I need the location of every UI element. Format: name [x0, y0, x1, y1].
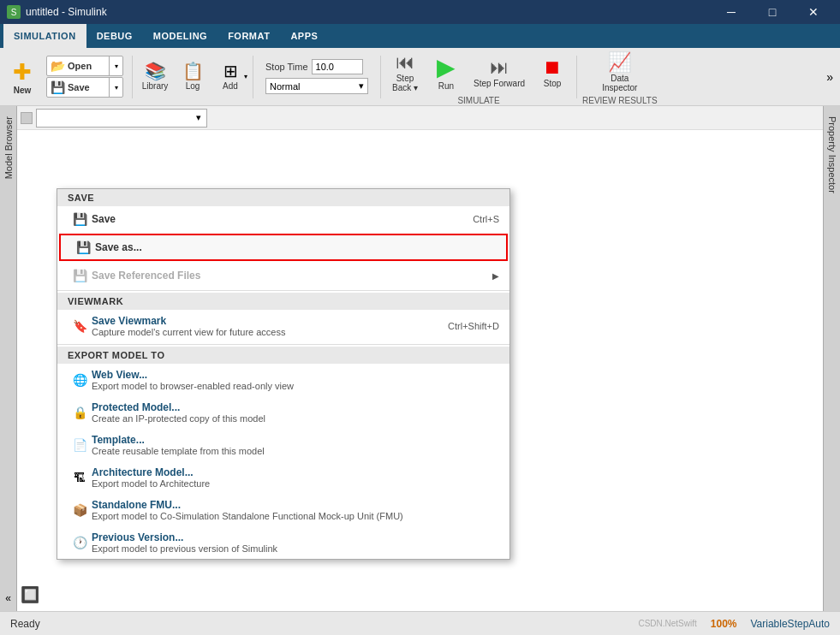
mode-select[interactable]: Normal ▾	[265, 78, 368, 94]
standalone-fmu-item[interactable]: 📦 Standalone FMU... Export model to Co-S…	[57, 494, 509, 526]
sep-3	[380, 56, 381, 98]
canvas-toolbar: ▾	[17, 106, 823, 130]
minimize-button[interactable]: ─	[712, 0, 751, 24]
protected-model-content: Protected Model... Create an IP-protecte…	[92, 401, 499, 424]
save-viewmark-content: Save Viewmark Capture model's current vi…	[92, 315, 431, 337]
save-as-menu-item[interactable]: 💾 Save as...	[59, 234, 508, 261]
viewmark-section-header: VIEWMARK	[57, 293, 509, 310]
run-icon: ▶	[437, 53, 456, 81]
open-label: Open	[68, 61, 109, 71]
open-save-group: 📂 Open ▾ 💾 Save ▾	[46, 56, 123, 98]
new-button[interactable]: ✚ New	[3, 56, 41, 98]
save-viewmark-item[interactable]: 🔖 Save Viewmark Capture model's current …	[57, 310, 509, 342]
new-icon: ✚	[13, 59, 32, 86]
simulate-group: ⏮ Step Back ▾ ▶ Run ⏭ Step Forward ⏹ Sto…	[386, 48, 571, 105]
zoom-level: 100%	[711, 618, 737, 630]
log-button[interactable]: 📋 Log	[176, 61, 210, 92]
add-arrow[interactable]: ▾	[244, 73, 247, 80]
status-text: Ready	[10, 618, 40, 630]
simulate-section-label: SIMULATE	[457, 96, 499, 105]
save-as-title: Save as...	[95, 241, 142, 253]
canvas-grid-btn[interactable]	[21, 112, 33, 124]
previous-version-content: Previous Version... Export model to prev…	[92, 531, 499, 554]
protected-model-item[interactable]: 🔒 Protected Model... Create an IP-protec…	[57, 396, 509, 429]
previous-version-desc: Export model to previous version of Simu…	[92, 543, 499, 554]
mode-arrow: ▾	[359, 80, 364, 92]
sep-2	[253, 56, 253, 98]
save-viewmark-icon: 🔖	[68, 319, 92, 333]
menu-tab-modeling[interactable]: MODELING	[143, 24, 217, 48]
close-button[interactable]: ✕	[794, 0, 833, 24]
watermark: CSDN.NetSwift	[638, 619, 696, 628]
save-arrow[interactable]: ▾	[109, 78, 122, 97]
maximize-button[interactable]: □	[753, 0, 792, 24]
status-bar: Ready CSDN.NetSwift 100% VariableStepAut…	[0, 611, 840, 635]
data-inspector-button[interactable]: 📈 DataInspector	[595, 48, 644, 96]
menu-tab-debug[interactable]: DEBUG	[86, 24, 143, 48]
step-back-label: Step	[396, 74, 414, 83]
window-controls[interactable]: ─ □ ✕	[712, 0, 833, 24]
new-label: New	[14, 86, 32, 95]
save-referenced-arrow: ▶	[492, 271, 499, 281]
simulation-settings: Stop Time Normal ▾	[259, 59, 375, 94]
data-inspector-label: DataInspector	[602, 74, 637, 92]
menu-bar: SIMULATION DEBUG MODELING FORMAT APPS	[0, 24, 840, 48]
stop-icon: ⏹	[543, 56, 562, 79]
save-menu-item[interactable]: 💾 Save Ctrl+S	[57, 206, 509, 232]
property-inspector-label[interactable]: Property Inspector	[827, 116, 837, 193]
menu-tab-simulation[interactable]: SIMULATION	[3, 24, 86, 48]
stop-button[interactable]: ⏹ Stop	[533, 48, 571, 96]
sep-4	[576, 56, 577, 98]
save-button[interactable]: 💾 Save ▾	[46, 77, 123, 98]
log-icon: 📋	[182, 62, 204, 80]
library-button[interactable]: 📚 Library	[138, 61, 172, 92]
library-icon: 📚	[145, 62, 166, 80]
save-menu-content: Save	[92, 213, 431, 225]
open-arrow[interactable]: ▾	[109, 56, 122, 75]
title-bar: S untitled - Simulink ─ □ ✕	[0, 0, 840, 24]
canvas-dropdown[interactable]: ▾	[36, 109, 207, 128]
save-referenced-menu-item: 💾 Save Referenced Files ▶	[57, 263, 509, 288]
previous-version-item[interactable]: 🕐 Previous Version... Export model to pr…	[57, 526, 509, 559]
previous-version-title: Previous Version...	[92, 531, 499, 543]
save-menu-icon: 💾	[68, 212, 92, 226]
standalone-fmu-icon: 📦	[68, 503, 92, 517]
toolbar: ✚ New 📂 Open ▾ 💾 Save ▾ 📚 Library 📋 Log …	[0, 48, 840, 106]
sidebar-collapse-btn[interactable]: «	[5, 592, 11, 604]
main-canvas: ▾ SAVE 💾 Save Ctrl+S 💾 Save as...	[17, 106, 823, 611]
web-view-item[interactable]: 🌐 Web View... Export model to browser-en…	[57, 364, 509, 396]
web-view-content: Web View... Export model to browser-enab…	[92, 369, 499, 391]
left-sidebar: Model Browser «	[0, 106, 17, 611]
add-button[interactable]: ⊞ Add	[213, 61, 247, 92]
template-desc: Create reusable template from this model	[92, 446, 499, 456]
step-back-icon: ⏮	[396, 51, 414, 74]
model-browser-label[interactable]: Model Browser	[3, 116, 14, 179]
simulation-mode: VariableStepAuto	[750, 618, 830, 630]
stop-time-input[interactable]	[312, 59, 363, 74]
architecture-model-item[interactable]: 🏗 Architecture Model... Export model to …	[57, 461, 509, 494]
canvas-bottom-icon[interactable]: 🔲	[21, 585, 39, 604]
save-viewmark-shortcut: Ctrl+Shift+D	[431, 321, 499, 331]
architecture-model-title: Architecture Model...	[92, 466, 499, 478]
main-layout: Model Browser « ▾ SAVE 💾 Save Ctrl+S	[0, 106, 840, 611]
divider-2	[57, 344, 509, 345]
architecture-model-icon: 🏗	[68, 471, 92, 484]
template-item[interactable]: 📄 Template... Create reusable template f…	[57, 429, 509, 461]
menu-tab-apps[interactable]: APPS	[280, 24, 328, 48]
run-label: Run	[438, 81, 454, 91]
open-button[interactable]: 📂 Open ▾	[46, 56, 123, 76]
template-icon: 📄	[68, 438, 92, 452]
save-viewmark-title: Save Viewmark	[92, 315, 431, 327]
add-icon: ⊞	[223, 62, 238, 80]
step-forward-button[interactable]: ⏭ Step Forward	[468, 48, 530, 96]
step-back-button[interactable]: ⏮ Step Back ▾	[386, 48, 424, 96]
menu-tab-format[interactable]: FORMAT	[217, 24, 280, 48]
previous-version-icon: 🕐	[68, 536, 92, 549]
save-dropdown: SAVE 💾 Save Ctrl+S 💾 Save as... 💾	[57, 188, 510, 560]
save-referenced-content: Save Referenced Files	[92, 270, 492, 282]
standalone-fmu-content: Standalone FMU... Export model to Co-Sim…	[92, 499, 499, 521]
log-label: Log	[186, 81, 200, 91]
run-button[interactable]: ▶ Run	[427, 48, 465, 96]
architecture-model-content: Architecture Model... Export model to Ar…	[92, 466, 499, 489]
more-button[interactable]: »	[823, 67, 837, 87]
